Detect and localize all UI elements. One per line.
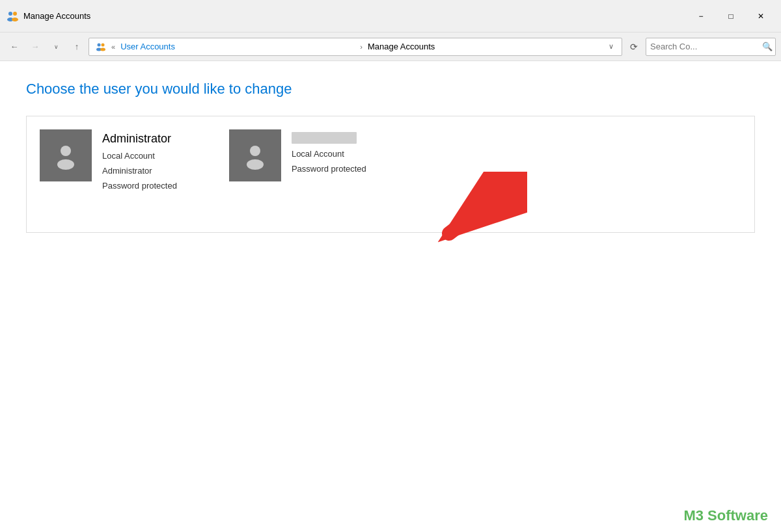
watermark-text: M3 Software [683,507,768,524]
svg-point-10 [250,146,260,156]
window-controls: − □ ✕ [686,6,776,27]
account-avatar-administrator [40,129,92,181]
refresh-button[interactable]: ⟳ [625,38,643,56]
breadcrumb-part1[interactable]: User Accounts [120,42,355,51]
address-bar: ← → ∨ ↑ « User Accounts › Manage Account… [0,33,781,61]
account-info-administrator: Administrator Local Account Administrato… [102,129,177,193]
account-detail-type-administrator: Local Account [102,150,177,163]
minimize-button[interactable]: − [686,6,716,27]
account-avatar-user2 [229,129,281,181]
close-button[interactable]: ✕ [746,6,776,27]
svg-point-4 [98,43,101,46]
search-icon[interactable]: 🔍 [762,42,773,51]
account-detail-password-administrator: Password protected [102,180,177,193]
title-bar: Manage Accounts − □ ✕ [0,0,781,33]
svg-point-11 [247,159,264,170]
address-dropdown-arrow[interactable]: ∨ [606,42,616,51]
svg-point-9 [57,159,74,170]
redacted-username [292,132,357,144]
account-info-user2: Local Account Password protected [292,129,366,176]
address-field[interactable]: « User Accounts › Manage Accounts ∨ [89,38,622,56]
window-title: Manage Accounts [23,11,686,21]
svg-point-6 [102,43,105,46]
address-bar-icon [94,41,106,53]
account-name-administrator: Administrator [102,132,177,146]
breadcrumb-chevron: « [111,43,115,51]
page-heading: Choose the user you would like to change [26,81,755,98]
breadcrumb-part2: Manage Accounts [368,42,602,51]
forward-button[interactable]: → [26,38,44,56]
svg-point-8 [61,146,71,156]
account-item-user2[interactable]: Local Account Password protected [229,129,366,181]
account-detail-password-user2: Password protected [292,163,366,176]
svg-point-7 [100,47,105,51]
svg-point-3 [12,18,18,21]
watermark: M3 Software [683,507,768,524]
window-icon [5,9,20,23]
breadcrumb-sep: › [360,43,363,51]
account-detail-type-user2: Local Account [292,148,366,161]
back-button[interactable]: ← [5,38,23,56]
svg-point-0 [8,12,12,16]
svg-point-2 [13,12,17,16]
account-item-administrator[interactable]: Administrator Local Account Administrato… [40,129,177,193]
search-box[interactable]: 🔍 [646,38,776,56]
accounts-panel: Administrator Local Account Administrato… [26,116,755,233]
account-detail-role-administrator: Administrator [102,165,177,178]
up-button[interactable]: ↑ [68,38,86,56]
main-content: Choose the user you would like to change… [0,61,781,532]
maximize-button[interactable]: □ [716,6,746,27]
dropdown-recent-button[interactable]: ∨ [47,38,65,56]
search-input[interactable] [650,42,760,51]
